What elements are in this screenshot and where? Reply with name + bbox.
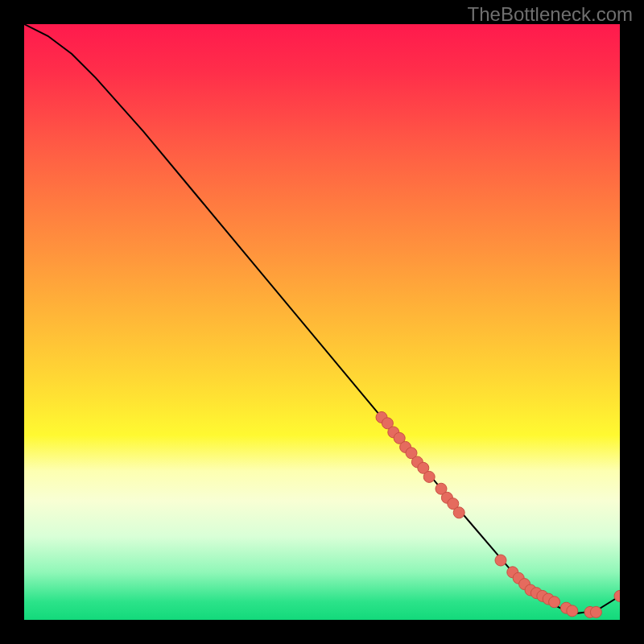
data-point <box>567 605 578 617</box>
data-point <box>453 507 464 518</box>
data-point <box>590 606 601 617</box>
watermark-text: TheBottleneck.com <box>468 3 633 26</box>
chart-overlay <box>24 24 620 620</box>
data-point <box>423 471 435 482</box>
bottleneck-dots <box>376 411 620 617</box>
bottleneck-curve <box>24 24 620 614</box>
data-point <box>495 555 506 566</box>
data-point <box>549 597 560 608</box>
data-point <box>614 590 620 601</box>
